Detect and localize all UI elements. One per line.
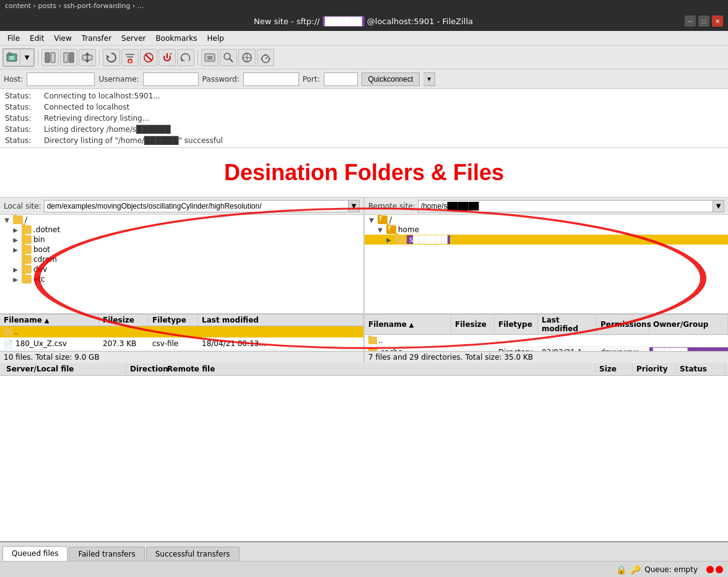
maximize-button[interactable]: □ [698,15,709,27]
window-title: New site - sftp:// ██████ @localhost:590… [42,17,685,26]
transfer-col-priority: Priority [633,364,676,374]
remote-col-filesize[interactable]: Filesize [451,315,495,334]
remote-file-list[interactable]: .. .cache Directory 03/03/21 14... drwxr… [365,335,728,351]
tree-item-root[interactable]: ▼ / [0,215,363,225]
remote-col-permissions[interactable]: Permissions [597,315,649,334]
local-file-row-1[interactable]: 📄 180_Ux_Z.csv 207.3 KB csv-file 18/04/2… [0,338,363,350]
menu-transfer[interactable]: Transfer [77,33,116,44]
local-col-filetype[interactable]: Filetype [149,315,198,326]
local-file-header: Filename ▲ Filesize Filetype Last modifi… [0,314,363,326]
local-site-bar: Local site: ▼ [0,197,363,215]
local-file-list[interactable]: .. 📄 180_Ux_Z.csv 207.3 KB csv-file 18/0… [0,326,363,351]
traffic-dot-2 [716,566,723,573]
password-input[interactable] [243,72,299,86]
tree-item-bin[interactable]: ▶ bin [0,235,363,245]
root-folder-icon [13,215,23,224]
transfer-body [0,376,728,541]
port-input[interactable] [324,72,358,86]
password-label: Password: [202,75,240,84]
local-site-dropdown[interactable]: ▼ [349,200,360,212]
quickconnect-button[interactable]: Quickconnect [362,72,420,86]
search-button[interactable] [220,49,237,66]
transfer-col-size: Size [596,364,633,374]
local-file-row-dotdot[interactable]: .. [0,326,363,338]
remote-site-label: Remote site: [368,202,415,210]
username-label: Username: [98,75,139,84]
boot-folder-icon [22,245,32,254]
annotation-text: Desination Folders & Files [224,160,504,186]
lock-icon: 🔒 [616,565,626,575]
file-panes: Local site: ▼ ▼ / ▶ .dotnet ▶ bin ▶ [0,197,728,363]
status-row-4: Status: Listing directory /home/s██████ [5,124,723,135]
remote-site-path[interactable] [418,200,713,212]
menu-view[interactable]: View [49,33,76,44]
transfer-col-direction: Direction [126,364,163,374]
queue-status: Queue: empty [644,565,698,574]
local-col-filename[interactable]: Filename ▲ [0,315,99,326]
svg-rect-1 [8,53,11,55]
remote-file-row-cache[interactable]: .cache Directory 03/03/21 14... drwxr-xr… [365,347,728,351]
reconnect-button[interactable] [177,49,194,66]
tree-item-dev[interactable]: ▶ dev [0,264,363,274]
dotnet-folder-icon [22,225,32,234]
status-icons: 🔒 🔑 Queue: empty [616,565,723,575]
remote-file-header: Filename ▲ Filesize Filetype Last modifi… [365,314,728,335]
minimize-button[interactable]: ─ [685,15,696,27]
menu-server[interactable]: Server [116,33,150,44]
menu-bookmarks[interactable]: Bookmarks [150,33,202,44]
status-row-5: Status: Directory listing of "/home/████… [5,135,723,146]
remote-tree-item-user[interactable]: ▶ s██████ [365,235,728,245]
status-row-3: Status: Retrieving directory listing... [5,113,723,124]
toggle-remote-tree-button[interactable] [60,49,77,66]
remote-root-folder-icon [378,215,388,224]
site-manager-button[interactable] [3,49,20,66]
remote-tree-item-home[interactable]: ▼ home [365,225,728,235]
site-manager-dropdown[interactable]: ▼ [20,49,34,66]
cancel-button[interactable] [140,49,157,66]
remote-col-filename[interactable]: Filename ▲ [365,315,451,334]
transfer-col-server: Server/Local file [2,364,126,374]
toggle-local-tree-button[interactable] [41,49,59,66]
tree-item-cdrom[interactable]: ▶ cdrom [0,254,363,264]
tab-successful-transfers[interactable]: Successful transfers [146,547,240,561]
tab-queued-files[interactable]: Queued files [2,546,67,561]
svg-rect-4 [45,53,50,63]
remote-site-dropdown[interactable]: ▼ [713,200,724,212]
remote-tree-item-root[interactable]: ▼ / [365,215,728,225]
annotation-overlay: Desination Folders & Files [0,148,728,197]
host-input[interactable] [27,72,95,86]
title-bar: New site - sftp:// ██████ @localhost:590… [0,11,728,31]
toggle-transfer-button[interactable] [79,49,96,66]
remote-status-info: 7 files and 29 directories. Total size: … [365,351,728,363]
close-button[interactable]: ✕ [712,15,723,27]
remote-file-row-dotdot[interactable]: .. [365,335,728,347]
transfer-col-status: Status [676,364,726,374]
local-col-lastmodified[interactable]: Last modified [198,315,363,326]
menu-help[interactable]: Help [202,33,229,44]
quickconnect-dropdown[interactable]: ▼ [423,72,435,86]
tree-item-etc[interactable]: ▶ etc [0,274,363,284]
remote-cache-icon [368,349,377,351]
svg-line-14 [131,63,132,63]
username-input[interactable] [143,72,199,86]
local-col-filesize[interactable]: Filesize [99,315,149,326]
remote-user-folder-icon [395,235,405,244]
local-site-path[interactable] [44,200,349,212]
tab-failed-transfers[interactable]: Failed transfers [69,547,144,561]
tree-item-boot[interactable]: ▶ boot [0,245,363,254]
remote-col-lastmodified[interactable]: Last modified [538,315,597,334]
open-file-manager-button[interactable] [201,49,219,66]
tree-item-dotnet[interactable]: ▶ .dotnet [0,225,363,235]
menu-file[interactable]: File [2,33,25,44]
refresh-button[interactable] [103,49,120,66]
menu-edit[interactable]: Edit [25,33,49,44]
remote-col-filetype[interactable]: Filetype [495,315,538,334]
speed-limit-button[interactable] [257,49,274,66]
synchronized-browsing-button[interactable] [238,49,256,66]
local-status-info: 10 files. Total size: 9.0 GB [0,351,363,363]
disconnect-button[interactable] [158,49,176,66]
toggle-filter-button[interactable] [121,49,139,66]
svg-rect-7 [69,53,74,63]
svg-rect-6 [64,53,68,63]
remote-col-owner[interactable]: Owner/Group [649,315,728,334]
